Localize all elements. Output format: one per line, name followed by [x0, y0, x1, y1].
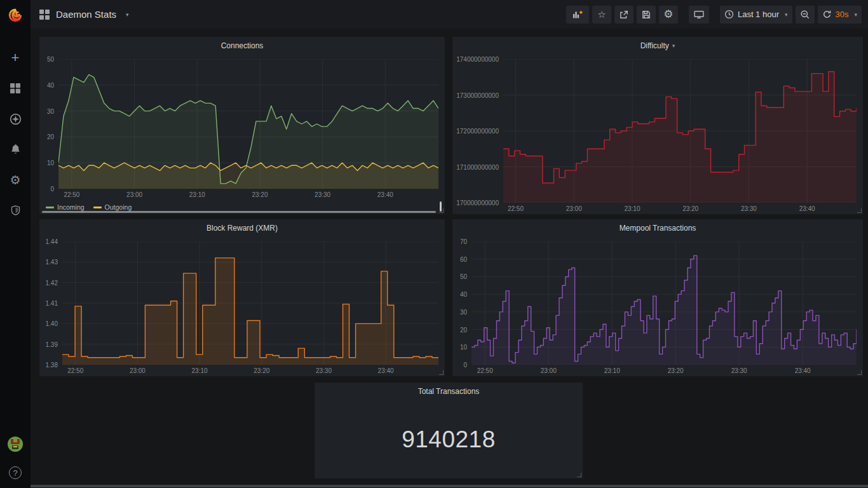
- x-tick-label: 23:10: [189, 191, 205, 198]
- y-tick-label: 173000000000: [456, 92, 499, 98]
- sidebar-item-configuration[interactable]: ⚙: [0, 172, 31, 188]
- zoom-out-button[interactable]: [796, 6, 815, 24]
- y-tick-label: 70: [460, 238, 467, 245]
- difficulty-plot[interactable]: [503, 59, 857, 203]
- favorite-button[interactable]: ☆: [592, 6, 611, 24]
- y-tick-label: 10: [47, 159, 54, 166]
- y-tick-label: 172000000000: [456, 128, 499, 135]
- dashboard-grid-icon: [39, 10, 50, 20]
- sidebar: + ⚙: [0, 0, 31, 488]
- x-tick-label: 23:30: [741, 205, 757, 212]
- y-axis: 01020304050: [39, 59, 58, 189]
- share-button[interactable]: [614, 6, 634, 24]
- title-caret-icon[interactable]: ▾: [126, 11, 129, 18]
- time-range-picker[interactable]: Last 1 hour ▾: [720, 6, 792, 24]
- y-tick-label: 10: [460, 344, 467, 351]
- refresh-icon: [822, 10, 832, 19]
- add-panel-button[interactable]: [566, 6, 589, 24]
- legend-item-incoming[interactable]: Incoming: [46, 203, 85, 211]
- clock-icon: [724, 10, 734, 19]
- time-range-label: Last 1 hour: [738, 10, 779, 19]
- x-tick-label: 22:50: [64, 191, 79, 198]
- x-tick-label: 23:00: [566, 205, 582, 212]
- y-tick-label: 30: [460, 308, 467, 315]
- y-tick-label: 40: [460, 291, 467, 298]
- user-avatar[interactable]: [7, 436, 24, 455]
- y-tick-label: 1.43: [46, 259, 58, 266]
- y-tick-label: 171000000000: [456, 163, 499, 170]
- x-axis: 22:5023:0023:1023:2023:3023:40: [62, 365, 438, 376]
- x-tick-label: 23:40: [378, 367, 394, 374]
- sidebar-item-alerting[interactable]: [0, 141, 31, 158]
- legend-vertical-scrollbar[interactable]: [440, 201, 442, 212]
- y-tick-label: 1.42: [46, 279, 58, 286]
- x-tick-label: 23:10: [604, 367, 620, 374]
- x-tick-label: 22:50: [67, 367, 83, 374]
- y-tick-label: 1.40: [46, 320, 58, 327]
- panel-connections: Connections 01020304050 22:5023:0023:102…: [39, 37, 445, 214]
- dashboards-icon: [10, 83, 21, 94]
- dashboard-area: Connections 01020304050 22:5023:0023:102…: [31, 29, 868, 488]
- block-reward-plot[interactable]: [62, 241, 438, 365]
- save-button[interactable]: [637, 6, 656, 24]
- sidebar-item-explore[interactable]: [0, 111, 31, 127]
- navbar: Daemon Stats ▾ ☆ ⚙: [31, 0, 868, 29]
- x-tick-label: 23:00: [130, 367, 146, 374]
- x-tick-label: 22:50: [508, 205, 524, 212]
- dashboard-title[interactable]: Daemon Stats: [56, 9, 116, 20]
- x-tick-label: 23:40: [377, 191, 393, 198]
- x-tick-label: 23:00: [126, 191, 142, 198]
- y-tick-label: 60: [460, 255, 467, 262]
- stat-value: 9140218: [402, 426, 496, 453]
- x-tick-label: 23:20: [682, 205, 698, 212]
- sidebar-item-dashboards[interactable]: [0, 80, 31, 97]
- mempool-plot[interactable]: [471, 241, 857, 365]
- sidebar-item-admin[interactable]: [0, 202, 31, 219]
- x-tick-label: 23:10: [624, 205, 640, 212]
- time-range-caret-icon: ▾: [785, 11, 788, 18]
- panel-total-transactions-header[interactable]: Total Transactions: [315, 383, 583, 400]
- x-tick-label: 23:20: [254, 367, 269, 374]
- shield-icon: [10, 205, 21, 216]
- refresh-caret-icon: ▾: [854, 11, 857, 18]
- y-tick-label: 50: [460, 273, 467, 280]
- y-tick-label: 50: [47, 56, 54, 63]
- x-tick-label: 23:20: [668, 367, 684, 374]
- panel-connections-header[interactable]: Connections: [39, 37, 445, 55]
- gear-icon: ⚙: [663, 8, 673, 21]
- panel-mempool: Mempool Transactions 010203040506070 22:…: [452, 219, 863, 376]
- legend-label: Incoming: [57, 203, 85, 211]
- x-tick-label: 23:30: [316, 367, 332, 374]
- page-horizontal-scrollbar[interactable]: [31, 485, 868, 487]
- panel-difficulty-header[interactable]: Difficulty ▾: [452, 37, 863, 55]
- x-tick-label: 23:40: [799, 205, 815, 212]
- connections-plot[interactable]: [58, 59, 438, 189]
- y-tick-label: 1.44: [46, 238, 58, 245]
- x-tick-label: 23:20: [252, 191, 268, 198]
- help-icon[interactable]: ?: [9, 466, 22, 479]
- legend-horizontal-scrollbar[interactable]: [42, 211, 436, 213]
- avatar-icon: [7, 436, 24, 452]
- panel-total-transactions: Total Transactions 9140218: [315, 383, 583, 478]
- y-tick-label: 1.38: [46, 362, 58, 369]
- grafana-logo[interactable]: [0, 0, 31, 30]
- x-tick-label: 23:00: [541, 367, 557, 374]
- settings-button[interactable]: ⚙: [659, 6, 678, 24]
- sidebar-item-add[interactable]: +: [0, 50, 31, 66]
- y-tick-label: 40: [47, 81, 54, 88]
- help-question-glyph: ?: [13, 468, 17, 478]
- panel-block-reward: Block Reward (XMR) 1.381.391.401.411.421…: [39, 219, 445, 376]
- legend-item-outgoing[interactable]: Outgoing: [93, 203, 132, 211]
- y-tick-label: 0: [463, 362, 467, 369]
- panel-mempool-header[interactable]: Mempool Transactions: [452, 219, 863, 237]
- grafana-spiral-icon: [6, 6, 24, 24]
- compass-icon: [10, 113, 22, 125]
- panel-title: Mempool Transactions: [620, 224, 696, 233]
- panel-block-reward-header[interactable]: Block Reward (XMR): [39, 219, 445, 237]
- refresh-picker[interactable]: 30s ▾: [818, 6, 862, 24]
- gear-icon: ⚙: [10, 173, 20, 187]
- save-icon: [641, 10, 651, 20]
- cycle-view-button[interactable]: [689, 6, 709, 24]
- y-tick-label: 1.41: [46, 300, 58, 307]
- y-tick-label: 20: [460, 326, 467, 333]
